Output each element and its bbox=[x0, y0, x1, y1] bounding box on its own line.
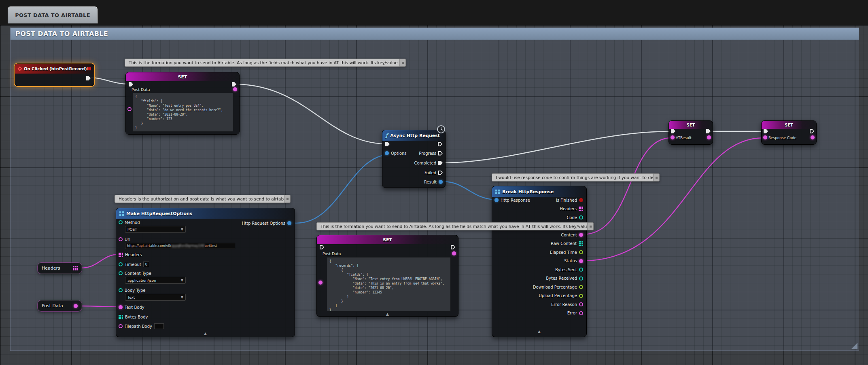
value-out-pin[interactable] bbox=[233, 87, 237, 91]
value-out-pin[interactable] bbox=[74, 304, 78, 308]
http-response-pin[interactable] bbox=[494, 198, 499, 202]
value-in-pin[interactable] bbox=[127, 107, 132, 111]
exec-out-pin[interactable] bbox=[451, 245, 455, 249]
value-out-pin[interactable] bbox=[452, 251, 456, 255]
pin-label: Content bbox=[561, 233, 577, 237]
tab-strip: POST DATA TO AIRTABLE bbox=[0, 0, 868, 25]
node-set-post-data-2[interactable]: SET Post Data { "records": [ { "fields":… bbox=[316, 235, 458, 317]
exec-out-pin[interactable] bbox=[232, 82, 236, 87]
method-dropdown[interactable]: POST▼ bbox=[125, 226, 186, 233]
http-request-options-pin[interactable] bbox=[287, 221, 291, 225]
collapse-node-button[interactable]: ▲ bbox=[204, 331, 207, 335]
json-textarea[interactable]: { "fields": { "Name": "Test entry pos UE… bbox=[132, 93, 233, 132]
delegate-pin[interactable] bbox=[87, 67, 91, 70]
filepath-body-input[interactable] bbox=[154, 323, 164, 329]
map-pin[interactable] bbox=[579, 207, 583, 211]
url-pin[interactable] bbox=[119, 237, 123, 241]
bool-pin[interactable] bbox=[579, 198, 583, 202]
node-set-post-data-1[interactable]: SET Post Data { "fields": { "Name": "Tes… bbox=[125, 72, 240, 135]
url-pin-row: Url bbox=[119, 236, 130, 243]
pin-label: Headers bbox=[560, 207, 577, 211]
value-in-pin[interactable] bbox=[318, 281, 323, 285]
options-pin-row: Options bbox=[385, 150, 407, 157]
string-pin[interactable] bbox=[579, 302, 583, 306]
string-pin[interactable] bbox=[579, 259, 583, 263]
exec-out-pin[interactable] bbox=[86, 76, 91, 80]
comment-bubble-headers-info[interactable]: Headers is the authorization and post da… bbox=[115, 195, 291, 203]
int-pin[interactable] bbox=[579, 268, 583, 272]
bubble-pin-toggle[interactable] bbox=[588, 222, 594, 230]
value-out-pin[interactable] bbox=[707, 135, 711, 139]
exec-in-pin[interactable] bbox=[385, 142, 390, 146]
options-pin[interactable] bbox=[385, 151, 389, 155]
value-out-pin[interactable] bbox=[811, 135, 815, 139]
body-type-pin-row: Body Type bbox=[119, 287, 145, 294]
comment-bubble-formation-mid[interactable]: This is the formation you want to send t… bbox=[316, 222, 594, 230]
pin-label: Headers bbox=[125, 253, 142, 257]
node-set-atresult[interactable]: SET ATResult bbox=[669, 120, 713, 145]
value-in-pin[interactable] bbox=[671, 135, 675, 139]
comment-bubble-debug[interactable]: I would use response code to confirm thi… bbox=[492, 173, 660, 181]
node-set-response-code[interactable]: SET Response Code bbox=[761, 120, 817, 145]
json-textarea[interactable]: { "records": [ { "fields": { "Name": "Te… bbox=[327, 257, 451, 312]
bubble-pin-toggle[interactable] bbox=[284, 195, 291, 203]
value-in-pin[interactable] bbox=[763, 135, 767, 139]
function-icon: ƒ bbox=[386, 133, 388, 138]
timeout-input[interactable]: 0 bbox=[143, 262, 149, 267]
completed-exec-pin[interactable] bbox=[438, 161, 443, 165]
bubble-pin-toggle[interactable] bbox=[400, 59, 406, 67]
text-body-pin[interactable] bbox=[119, 305, 123, 309]
string-pin[interactable] bbox=[579, 311, 583, 315]
failed-exec-pin[interactable] bbox=[438, 171, 443, 175]
collapse-node-button[interactable]: ▲ bbox=[538, 329, 541, 333]
timeout-pin[interactable] bbox=[119, 262, 123, 266]
content-type-pin[interactable] bbox=[119, 271, 123, 275]
filepath-body-pin[interactable] bbox=[119, 324, 123, 328]
tab-post-data-to-airtable[interactable]: POST DATA TO AIRTABLE bbox=[8, 6, 98, 23]
progress-exec-pin[interactable] bbox=[438, 151, 443, 156]
pin-label: Bytes Received bbox=[546, 276, 577, 281]
pin-label: Bytes Body bbox=[125, 315, 148, 319]
int-pin[interactable] bbox=[579, 215, 583, 219]
body-type-dropdown[interactable]: Text▼ bbox=[125, 294, 186, 301]
var-pin-label: Post Data bbox=[323, 251, 341, 256]
node-break-http-response[interactable]: Break HttpResponse Http Response Is Fini… bbox=[492, 186, 587, 337]
bubble-text: This is the formation you want to send t… bbox=[125, 59, 400, 67]
content-type-dropdown[interactable]: application/json▼ bbox=[125, 277, 186, 284]
comment-frame-header[interactable]: POST DATA TO AIRTABLE bbox=[11, 28, 859, 40]
headers-map-out-pin[interactable] bbox=[73, 266, 78, 270]
float-pin[interactable] bbox=[579, 294, 583, 298]
array-pin[interactable] bbox=[579, 241, 583, 246]
exec-out-pin[interactable] bbox=[706, 129, 711, 133]
comment-frame-title: POST DATA TO AIRTABLE bbox=[15, 30, 108, 38]
break-output-row: Download Percentage bbox=[533, 283, 583, 291]
exec-in-pin[interactable] bbox=[320, 245, 324, 249]
node-var-headers[interactable]: Headers bbox=[38, 263, 82, 274]
exec-out-pin[interactable] bbox=[438, 142, 442, 146]
collapse-node-button[interactable]: ▲ bbox=[386, 312, 389, 316]
bytes-body-array-pin[interactable] bbox=[119, 315, 123, 319]
node-on-clicked[interactable]: On Clicked (btnPostRecord) bbox=[15, 63, 94, 86]
result-pin[interactable] bbox=[439, 180, 443, 184]
bubble-pin-toggle[interactable] bbox=[654, 173, 660, 181]
headers-map-pin[interactable] bbox=[119, 253, 123, 257]
comment-bubble-formation-top[interactable]: This is the formation you want to send t… bbox=[125, 59, 406, 67]
exec-in-pin[interactable] bbox=[764, 129, 768, 133]
body-type-pin[interactable] bbox=[119, 288, 123, 292]
break-struct-icon bbox=[495, 190, 500, 194]
comment-resize-handle[interactable] bbox=[851, 343, 857, 349]
node-var-post-data[interactable]: Post Data bbox=[38, 300, 82, 311]
node-async-http-request[interactable]: ƒ Async Http Request Options Progress Co… bbox=[382, 130, 446, 188]
float-pin[interactable] bbox=[579, 285, 583, 289]
url-input[interactable]: https://api.airtable.com/v0/appqKxnDqrma… bbox=[125, 243, 235, 249]
int-pin[interactable] bbox=[579, 276, 583, 281]
exec-in-pin[interactable] bbox=[671, 129, 675, 133]
string-pin[interactable] bbox=[579, 233, 583, 237]
pin-label: Upload Percentage bbox=[539, 293, 577, 298]
float-pin[interactable] bbox=[579, 250, 583, 254]
exec-in-pin[interactable] bbox=[129, 82, 133, 87]
node-make-http-request-options[interactable]: Make HttpRequestOptions Http Request Opt… bbox=[116, 208, 295, 337]
exec-out-pin[interactable] bbox=[810, 129, 814, 133]
pin-label: Status bbox=[564, 259, 577, 263]
method-pin[interactable] bbox=[119, 220, 123, 224]
